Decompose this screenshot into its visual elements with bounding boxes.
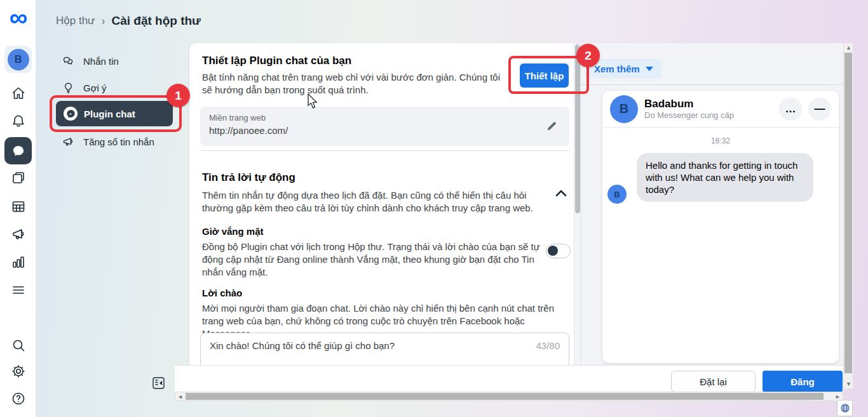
- away-hours-toggle[interactable]: [546, 244, 571, 258]
- section-title-setup: Thiết lập Plugin chat của bạn: [202, 55, 351, 67]
- globe-icon[interactable]: [837, 400, 853, 416]
- publish-button[interactable]: Đăng: [763, 371, 843, 392]
- greeting-char-counter: 43/80: [536, 340, 560, 351]
- page-title: Cài đặt hộp thư: [111, 14, 200, 28]
- nav-item-label: Nhắn tin: [83, 56, 119, 67]
- setup-description: Bật tính năng chat trên trang web chỉ vớ…: [202, 71, 508, 96]
- scroll-left-arrow[interactable]: ◄: [177, 393, 183, 400]
- footer-bar: Đặt lại Đăng: [175, 365, 843, 392]
- app-rail: ∞ B: [0, 0, 36, 417]
- horizontal-scrollbar[interactable]: ◄ ►: [175, 392, 843, 401]
- auto-reply-description: Thêm tin nhắn tự động dựa theo lịch đã đ…: [202, 189, 550, 215]
- message-bubble: Hello and thanks for getting in touch wi…: [637, 153, 813, 202]
- greeting-input[interactable]: Xin chào! Chúng tôi có thể giúp gì cho b…: [200, 333, 569, 365]
- messenger-icon: [64, 107, 78, 121]
- avatar: B: [607, 185, 627, 204]
- page-name: Badabum: [644, 98, 773, 110]
- nav-item-label: Plugin chat: [84, 109, 135, 119]
- help-icon[interactable]: [10, 390, 27, 407]
- vertical-scrollbar[interactable]: ▲ ▼: [843, 43, 853, 388]
- chat-bubbles-icon: [62, 55, 75, 68]
- chevron-up-icon[interactable]: [555, 188, 567, 199]
- nav-item-boost[interactable]: Tăng số tin nhắn: [62, 135, 154, 149]
- home-icon[interactable]: [10, 85, 27, 102]
- greeting-value: Xin chào! Chúng tôi có thể giúp gì cho b…: [210, 340, 395, 351]
- nav-item-label: Tăng số tin nhắn: [83, 136, 154, 147]
- ads-icon[interactable]: [10, 226, 27, 242]
- lightbulb-icon: [62, 81, 75, 95]
- section-title-auto-reply: Tin trả lời tự động: [202, 171, 295, 184]
- divider: [580, 84, 843, 85]
- content-icon[interactable]: [10, 170, 27, 187]
- all-tools-icon[interactable]: [10, 282, 27, 298]
- nav-item-messaging[interactable]: Nhắn tin: [62, 55, 119, 68]
- avatar: B: [8, 49, 29, 70]
- divider: [200, 150, 569, 151]
- horizontal-scrollbar-thumb[interactable]: [186, 393, 824, 400]
- notifications-icon[interactable]: [10, 113, 27, 129]
- annotation-box-2: [508, 56, 589, 94]
- insights-icon[interactable]: [10, 254, 27, 270]
- timestamp: 16:32: [602, 136, 839, 145]
- annotation-step-2: 2: [576, 44, 600, 67]
- subsection-title-greeting: Lời chào: [202, 288, 242, 298]
- away-hours-description: Đồng bộ Plugin chat với lịch trong Hộp t…: [202, 241, 543, 279]
- provider-label: Do Messenger cung cấp: [644, 110, 773, 120]
- search-icon[interactable]: [10, 337, 27, 354]
- settings-icon[interactable]: [10, 363, 27, 380]
- pencil-icon[interactable]: [546, 120, 558, 132]
- megaphone-icon: [62, 135, 75, 149]
- avatar: B: [610, 95, 638, 123]
- vertical-scrollbar-thumb[interactable]: [844, 53, 852, 373]
- mouse-cursor: [307, 93, 318, 110]
- domain-field[interactable]: Miền trang web http://panoee.com/: [200, 107, 569, 146]
- breadcrumb: Hộp thư › Cài đặt hộp thư: [56, 14, 201, 28]
- see-more-label: Xem thêm: [594, 63, 640, 74]
- domain-label: Miền trang web: [209, 113, 266, 122]
- chevron-down-icon: [646, 67, 653, 71]
- domain-value: http://panoee.com/: [209, 125, 288, 136]
- nav-item-suggestions[interactable]: Gợi ý: [62, 81, 107, 95]
- annotation-step-1: 1: [166, 84, 190, 107]
- meta-logo-icon[interactable]: ∞: [5, 5, 32, 32]
- chat-preview-header: B Badabum Do Messenger cung cấp … —: [602, 91, 839, 128]
- minimize-button[interactable]: —: [808, 98, 831, 121]
- collapse-panel-icon[interactable]: [151, 376, 166, 390]
- chat-preview-card: B Badabum Do Messenger cung cấp … — 16:3…: [602, 91, 839, 363]
- breadcrumb-separator: ›: [101, 15, 105, 28]
- nav-item-label: Gợi ý: [83, 83, 107, 93]
- breadcrumb-inbox[interactable]: Hộp thư: [56, 15, 95, 27]
- planner-icon[interactable]: [10, 198, 27, 215]
- subsection-title-away-hours: Giờ vắng mặt: [202, 226, 264, 237]
- scroll-down-arrow[interactable]: ▼: [846, 381, 851, 387]
- inbox-icon[interactable]: [4, 137, 32, 164]
- business-avatar[interactable]: B: [4, 46, 32, 73]
- toggle-knob: [548, 246, 558, 256]
- reset-button[interactable]: Đặt lại: [671, 371, 756, 392]
- more-options-button[interactable]: …: [779, 98, 802, 121]
- scroll-up-arrow[interactable]: ▲: [846, 44, 851, 51]
- nav-item-plugin-chat[interactable]: Plugin chat: [56, 101, 173, 126]
